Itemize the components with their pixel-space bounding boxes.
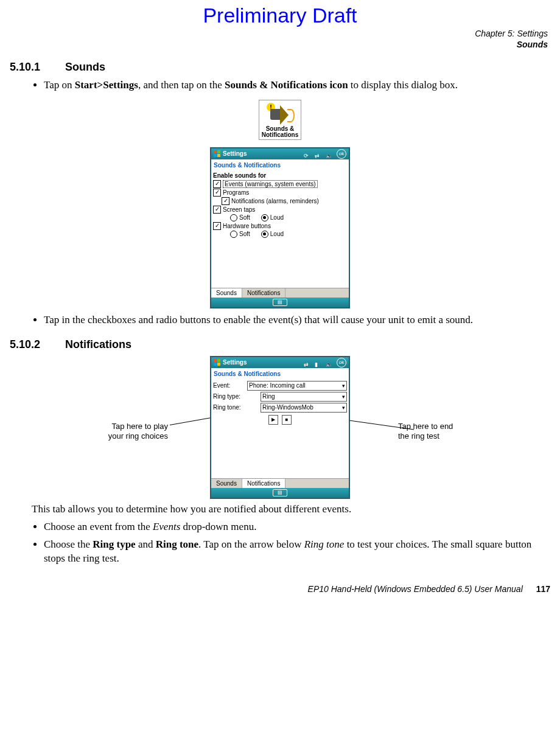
chevron-down-icon: ▾ [342, 394, 345, 400]
tab-sounds-2[interactable]: Sounds [211, 479, 242, 488]
callout-play: Tap here to play your ring choices [89, 422, 168, 442]
notif-bullet-1: Choose an event from the Events drop-dow… [44, 520, 550, 534]
ringtype-label: Ring type: [213, 393, 245, 400]
volume-icon[interactable]: 🔈 [326, 150, 333, 158]
notifications-settings-screenshot: Settings ⇄ ▮ 🔈 ok Sounds & Notifications… [210, 356, 350, 499]
section-number-2: 5.10.2 [10, 338, 62, 351]
sounds-settings-screenshot: Settings ⟳ ⇄ 🔈 ok Sounds & Notifications… [210, 147, 350, 308]
keyboard-icon-2[interactable] [273, 489, 287, 496]
section-title: Sounds [65, 61, 105, 73]
hw-soft-option[interactable]: Soft [230, 231, 250, 238]
footer-text: EP10 Hand-Held (Windows Embedded 6.5) Us… [308, 584, 523, 594]
screen-subtitle-2: Sounds & Notifications [211, 368, 349, 378]
page-header: Chapter 5: Settings Sounds [10, 29, 548, 50]
event-label: Event: [213, 382, 245, 389]
section-title-2: Notifications [65, 338, 131, 350]
titlebar-2: Settings ⇄ ▮ 🔈 ok [211, 357, 349, 368]
titlebar: Settings ⟳ ⇄ 🔈 ok [211, 148, 349, 159]
screentaps-loud-option[interactable]: Loud [261, 214, 284, 221]
instruction-bullet-2: Tap in the checkboxes and radio buttons … [44, 313, 550, 327]
signal-icon-2[interactable]: ⇄ [304, 359, 311, 366]
screen-subtitle: Sounds & Notifications [211, 159, 349, 170]
programs-row[interactable]: Programs [213, 189, 347, 197]
notifications-label: Notifications (alarms, reminders) [231, 198, 319, 204]
events-label: Events (warnings, system events) [223, 180, 318, 188]
programs-label: Programs [223, 189, 249, 196]
callout-stop: Tap here to end the ring test [398, 422, 477, 442]
events-checkbox[interactable] [213, 180, 221, 188]
tab-notifications[interactable]: Notifications [242, 288, 285, 298]
ringtone-label: Ring tone: [213, 404, 245, 411]
radio-loud-2[interactable] [261, 231, 268, 238]
tab-strip-2: Sounds Notifications [211, 478, 349, 488]
radio-loud[interactable] [261, 214, 268, 221]
screentaps-checkbox[interactable] [213, 206, 221, 214]
instruction-bullet-1: Tap on Start>Settings, and then tap on t… [44, 78, 550, 92]
ringtone-dropdown[interactable]: Ring-WindowsMob▾ [261, 403, 347, 413]
start-icon-2[interactable] [214, 359, 221, 366]
notifications-row[interactable]: Notifications (alarms, reminders) [222, 197, 347, 205]
sounds-notifications-desktop-icon: ! Sounds & Notifications [259, 100, 302, 140]
notifications-intro-paragraph: This tab allows you to determine how you… [32, 503, 550, 517]
page-footer: EP10 Hand-Held (Windows Embedded 6.5) Us… [10, 584, 550, 594]
keyboard-icon[interactable] [273, 299, 287, 306]
tab-sounds[interactable]: Sounds [211, 288, 242, 298]
section-5-10-1-header: 5.10.1 Sounds [10, 61, 550, 74]
section-5-10-2-header: 5.10.2 Notifications [10, 338, 550, 351]
chevron-down-icon: ▾ [342, 405, 345, 411]
ok-button[interactable]: ok [337, 149, 346, 159]
ringtype-dropdown[interactable]: Ring▾ [261, 392, 347, 402]
ok-button-2[interactable]: ok [337, 358, 346, 368]
screentaps-soft-option[interactable]: Soft [230, 214, 250, 221]
chapter-line: Chapter 5: Settings [10, 29, 548, 40]
start-icon[interactable] [214, 150, 221, 158]
radio-soft[interactable] [230, 214, 237, 221]
notif-bullet-2: Choose the Ring type and Ring tone. Tap … [44, 538, 550, 566]
hwbuttons-row[interactable]: Hardware buttons [213, 222, 347, 230]
hwbuttons-checkbox[interactable] [213, 222, 221, 230]
programs-checkbox[interactable] [213, 189, 221, 197]
antenna-icon[interactable]: ▮ [315, 359, 322, 366]
topic-line: Sounds [10, 40, 548, 51]
preliminary-draft-watermark: Preliminary Draft [10, 4, 550, 27]
screentaps-row[interactable]: Screen taps [213, 206, 347, 214]
volume-icon-2[interactable]: 🔈 [326, 359, 333, 366]
hwbuttons-label: Hardware buttons [223, 223, 271, 229]
chevron-down-icon: ▾ [342, 383, 345, 389]
section-number: 5.10.1 [10, 61, 62, 74]
enable-sounds-label: Enable sounds for [213, 172, 347, 179]
events-row[interactable]: Events (warnings, system events) [213, 180, 347, 188]
sip-bar [211, 298, 349, 307]
event-dropdown[interactable]: Phone: Incoming call▾ [247, 381, 347, 391]
stop-button[interactable] [282, 415, 292, 425]
speaker-icon: ! [265, 102, 295, 126]
tab-notifications-2[interactable]: Notifications [242, 479, 285, 488]
play-button[interactable] [268, 415, 278, 425]
radio-soft-2[interactable] [230, 231, 237, 238]
tab-strip: Sounds Notifications [211, 288, 349, 298]
sync-icon[interactable]: ⟳ [304, 150, 311, 158]
notifications-checkbox[interactable] [222, 197, 229, 205]
page-number: 117 [536, 584, 550, 594]
signal-icon[interactable]: ⇄ [315, 150, 322, 158]
screentaps-label: Screen taps [223, 206, 255, 213]
hw-loud-option[interactable]: Loud [261, 231, 284, 238]
window-title: Settings [223, 148, 247, 159]
sip-bar-2 [211, 488, 349, 498]
window-title-2: Settings [223, 357, 247, 368]
